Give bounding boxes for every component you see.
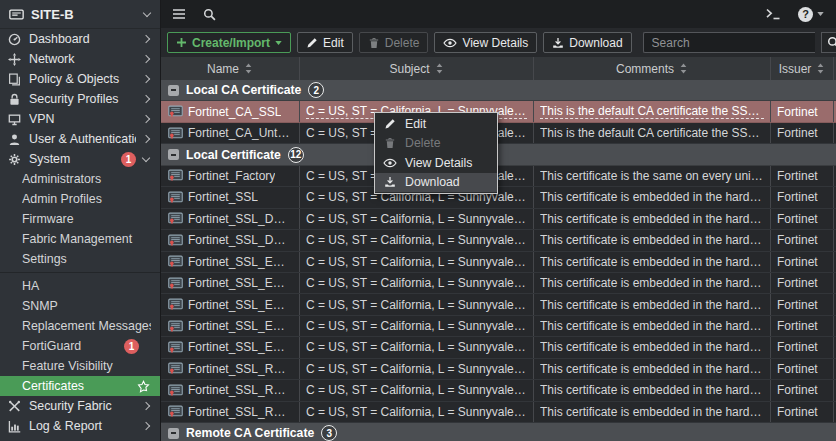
sidebar-item-administrators[interactable]: Administrators bbox=[0, 169, 160, 189]
context-menu-item-edit[interactable]: Edit bbox=[375, 114, 497, 134]
column-header-comments[interactable]: Comments bbox=[533, 57, 770, 80]
cli-console-icon[interactable] bbox=[766, 8, 782, 20]
context-menu-item-view-details[interactable]: View Details bbox=[375, 153, 497, 173]
sidebar-item-admin-profiles[interactable]: Admin Profiles bbox=[0, 189, 160, 209]
gear-icon bbox=[7, 153, 22, 166]
search-input[interactable] bbox=[643, 32, 815, 53]
table-row[interactable]: Fortinet_CA_UntrustedC = US, ST = Califo… bbox=[161, 123, 836, 144]
sidebar-item-replacement-messages[interactable]: Replacement Messages bbox=[0, 316, 160, 336]
table-row[interactable]: Fortinet_SSL_ED448C = US, ST = Californi… bbox=[161, 316, 836, 337]
sidebar-item-security-profiles[interactable]: Security Profiles bbox=[0, 89, 160, 109]
chevron-down-icon bbox=[142, 153, 150, 161]
collapse-icon[interactable] bbox=[168, 85, 179, 96]
table-row[interactable]: Fortinet_SSL_RSA2048C = US, ST = Califor… bbox=[161, 380, 836, 401]
search-submit-button[interactable] bbox=[821, 32, 836, 53]
download-button[interactable]: Download bbox=[543, 32, 631, 53]
sidebar-item-settings[interactable]: Settings bbox=[0, 249, 160, 269]
chevron-right-icon bbox=[142, 115, 150, 123]
table-row[interactable]: Fortinet_CA_SSLC = US, ST = California, … bbox=[161, 101, 836, 122]
table-row[interactable]: Fortinet_SSL_DSA2048C = US, ST = Califor… bbox=[161, 230, 836, 251]
help-menu[interactable]: ? bbox=[798, 7, 824, 22]
table-row[interactable]: Fortinet_SSL_ED25519C = US, ST = Califor… bbox=[161, 337, 836, 358]
lock-icon bbox=[7, 93, 22, 106]
sidebar-item-system[interactable]: System1 bbox=[0, 149, 160, 169]
certificate-name: Fortinet_CA_Untrusted bbox=[188, 126, 293, 140]
sidebar-item-policy-objects[interactable]: Policy & Objects bbox=[0, 69, 160, 89]
subject-text: C = US, ST = California, L = Sunnyvale, … bbox=[306, 276, 527, 290]
group-label: Remote CA Certificate bbox=[186, 426, 314, 440]
column-header-issuer[interactable]: Issuer bbox=[770, 57, 833, 80]
cell-issuer: Fortinet bbox=[770, 209, 833, 229]
sidebar-item-dashboard[interactable]: Dashboard bbox=[0, 29, 160, 49]
sidebar-item-label: User & Authentication bbox=[29, 132, 136, 146]
table-row[interactable]: Fortinet_SSL_RSA1024C = US, ST = Califor… bbox=[161, 359, 836, 380]
issuer-text: Fortinet bbox=[777, 319, 818, 333]
cell-subject: C = US, ST = California, L = Sunnyvale, … bbox=[299, 337, 533, 357]
table-row[interactable]: Fortinet_SSL_ECDSA521C = US, ST = Califo… bbox=[161, 294, 836, 315]
comments-text: This certificate is embedded in the hard… bbox=[540, 405, 764, 419]
edit-button[interactable]: Edit bbox=[297, 32, 353, 53]
plus-icon bbox=[176, 37, 187, 48]
table-row[interactable]: Fortinet_SSLC = US, ST = California, L =… bbox=[161, 187, 836, 208]
sidebar-item-firmware[interactable]: Firmware bbox=[0, 209, 160, 229]
collapse-icon[interactable] bbox=[168, 428, 179, 439]
sidebar-item-log-report[interactable]: Log & Report bbox=[0, 416, 160, 436]
group-row-remote-ca-certificate[interactable]: Remote CA Certificate3 bbox=[161, 423, 836, 441]
certificate-name: Fortinet_SSL_DSA2048 bbox=[188, 233, 293, 247]
cell-comments: This certificate is embedded in the hard… bbox=[533, 252, 770, 272]
sidebar-item-ha[interactable]: HA bbox=[0, 276, 160, 296]
sidebar-item-feature-visibility[interactable]: Feature Visibility bbox=[0, 356, 160, 376]
column-header-subject[interactable]: Subject bbox=[299, 57, 533, 80]
table-row[interactable]: Fortinet_SSL_ECDSA384C = US, ST = Califo… bbox=[161, 273, 836, 294]
context-menu-item-delete[interactable]: Delete bbox=[375, 134, 497, 154]
delete-button[interactable]: Delete bbox=[359, 32, 429, 53]
sidebar-item-snmp[interactable]: SNMP bbox=[0, 296, 160, 316]
certificate-name: Fortinet_SSL_RSA1024 bbox=[188, 362, 293, 376]
sidebar-item-fortiguard[interactable]: FortiGuard1 bbox=[0, 336, 160, 356]
table-row[interactable]: Fortinet_SSL_RSA4096C = US, ST = Califor… bbox=[161, 402, 836, 423]
context-menu-item-download[interactable]: Download bbox=[375, 173, 497, 193]
sidebar-item-user-authentication[interactable]: User & Authentication bbox=[0, 129, 160, 149]
sidebar-item-fabric-management[interactable]: Fabric Management bbox=[0, 229, 160, 249]
certificate-table: Local CA Certificate2Fortinet_CA_SSLC = … bbox=[161, 80, 836, 441]
monitor-icon bbox=[7, 113, 22, 126]
cell-issuer: Fortinet bbox=[770, 166, 833, 186]
collapse-icon[interactable] bbox=[168, 149, 179, 160]
table-row[interactable]: Fortinet_FactoryC = US, ST = California,… bbox=[161, 166, 836, 187]
cell-subject: C = US, ST = California, L = Sunnyvale, … bbox=[299, 209, 533, 229]
chevron-right-icon bbox=[142, 35, 150, 43]
table-row[interactable]: Fortinet_SSL_ECDSA256C = US, ST = Califo… bbox=[161, 252, 836, 273]
sidebar-item-label: Firmware bbox=[22, 212, 151, 226]
site-selector[interactable]: SITE-B bbox=[0, 0, 160, 29]
cell-name: Fortinet_SSL_DSA2048 bbox=[161, 230, 299, 250]
sidebar-item-security-fabric[interactable]: Security Fabric bbox=[0, 396, 160, 416]
create-import-button[interactable]: Create/Import bbox=[167, 32, 291, 53]
sidebar-item-label: SNMP bbox=[22, 299, 151, 313]
group-row-local-ca-certificate[interactable]: Local CA Certificate2 bbox=[161, 80, 836, 101]
table-row[interactable]: Fortinet_SSL_DSA1024C = US, ST = Califor… bbox=[161, 209, 836, 230]
issuer-text: Fortinet bbox=[777, 405, 818, 419]
hamburger-menu-icon[interactable] bbox=[172, 8, 186, 20]
subject-text: C = US, ST = California, L = Sunnyvale, … bbox=[306, 405, 527, 419]
search-icon[interactable] bbox=[203, 8, 216, 21]
cell-name: Fortinet_SSL_DSA1024 bbox=[161, 209, 299, 229]
sidebar-item-label: Dashboard bbox=[29, 32, 136, 46]
view-details-button[interactable]: View Details bbox=[434, 32, 537, 53]
issuer-text: Fortinet bbox=[777, 298, 818, 312]
cell-comments: This certificate is embedded in the hard… bbox=[533, 402, 770, 422]
sidebar-item-network[interactable]: Network bbox=[0, 49, 160, 69]
sidebar-item-certificates[interactable]: Certificates bbox=[0, 376, 160, 396]
user-icon bbox=[7, 133, 22, 146]
certificate-icon bbox=[168, 362, 183, 375]
log-report-icon bbox=[7, 420, 22, 433]
comments-text: This certificate is embedded in the hard… bbox=[540, 319, 764, 333]
comments-text: This certificate is embedded in the hard… bbox=[540, 340, 764, 354]
sidebar-item-label: Admin Profiles bbox=[22, 192, 151, 206]
column-header-name[interactable]: Name bbox=[161, 57, 299, 80]
trash-icon bbox=[368, 37, 380, 49]
cell-issuer: Fortinet bbox=[770, 316, 833, 336]
group-row-local-certificate[interactable]: Local Certificate12 bbox=[161, 144, 836, 165]
cell-issuer: Fortinet bbox=[770, 359, 833, 379]
sidebar-item-vpn[interactable]: VPN bbox=[0, 109, 160, 129]
site-name: SITE-B bbox=[31, 7, 74, 22]
